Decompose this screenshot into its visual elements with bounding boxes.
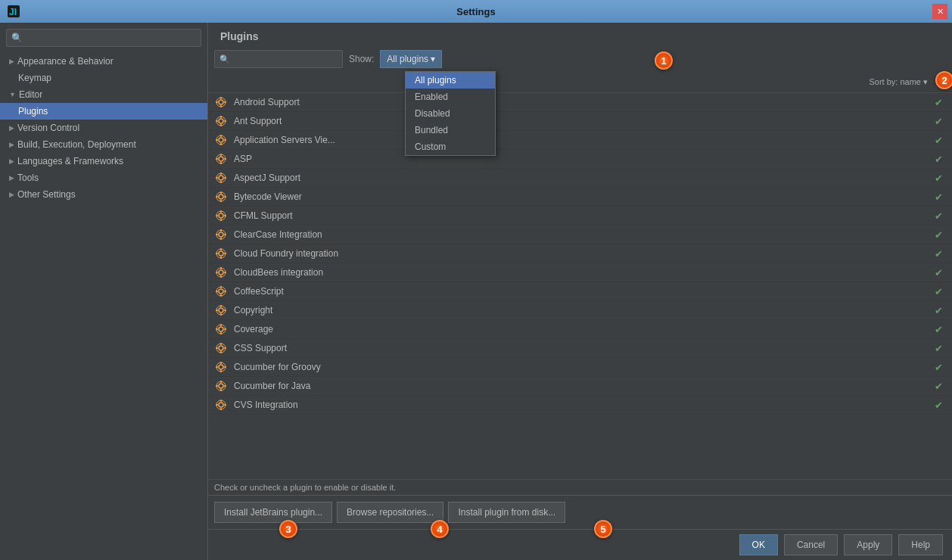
svg-point-8 [219, 119, 223, 123]
plugin-checkbox[interactable]: ✔ [935, 116, 943, 127]
svg-rect-100 [220, 400, 222, 402]
svg-rect-76 [220, 324, 222, 326]
plugin-checkbox[interactable]: ✔ [935, 324, 943, 335]
plugin-name: Bytecode Viewer [234, 191, 935, 202]
dropdown-item-all[interactable]: All plugins [406, 72, 495, 89]
svg-rect-41 [220, 219, 222, 221]
plugin-checkbox[interactable]: ✔ [935, 400, 943, 411]
plugin-checkbox[interactable]: ✔ [935, 135, 943, 146]
dropdown-item-label: Custom [415, 142, 446, 152]
plugin-checkbox[interactable]: ✔ [935, 173, 943, 184]
plugin-name: CFML Support [234, 210, 935, 221]
plugin-name: CSS Support [234, 343, 935, 353]
sidebar-search-input[interactable] [26, 33, 196, 43]
apply-button[interactable]: Apply [844, 534, 892, 555]
plugin-checkbox[interactable]: ✔ [935, 154, 943, 165]
plugin-row[interactable]: CFML Support✔ [208, 207, 952, 226]
svg-point-92 [219, 384, 223, 388]
plugin-name: Copyright [234, 305, 935, 316]
content-area: Plugins 🔍 Show: All plugins ▾ All plugin… [208, 23, 952, 560]
svg-point-86 [219, 365, 223, 369]
close-button[interactable]: ✕ [932, 4, 947, 19]
svg-rect-4 [220, 97, 222, 99]
svg-rect-96 [216, 385, 218, 387]
dropdown-item-disabled[interactable]: Disabled [406, 105, 495, 122]
plugin-row[interactable]: Copyright✔ [208, 301, 952, 320]
svg-point-68 [219, 308, 223, 313]
plugin-row[interactable]: CloudBees integration✔ [208, 263, 952, 282]
action-bar: Install JetBrains plugin... Browse repos… [208, 495, 952, 529]
sidebar-item-version-control[interactable]: ▶ Version Control [0, 120, 207, 136]
install-jetbrains-label: Install JetBrains plugin... [224, 507, 322, 518]
sidebar-item-tools[interactable]: ▶ Tools [0, 170, 207, 186]
plugin-list[interactable]: Android Support✔Ant Support✔Application … [208, 93, 952, 479]
sidebar-item-appearance-behavior[interactable]: ▶ Appearance & Behavior [0, 53, 207, 70]
plugin-row[interactable]: Cucumber for Groovy✔ [208, 358, 952, 377]
plugin-checkbox[interactable]: ✔ [935, 210, 943, 222]
plugin-checkbox[interactable]: ✔ [935, 267, 943, 278]
dropdown-item-enabled[interactable]: Enabled [406, 89, 495, 105]
plugin-checkbox[interactable]: ✔ [935, 362, 943, 373]
plugin-checkbox[interactable]: ✔ [935, 305, 943, 316]
plugin-row[interactable]: Coverage✔ [208, 320, 952, 339]
plugin-checkbox[interactable]: ✔ [935, 229, 943, 241]
plugin-icon [214, 303, 228, 317]
sidebar-item-label: Appearance & Behavior [17, 56, 114, 67]
plugin-icon [214, 247, 228, 260]
svg-rect-31 [224, 177, 226, 179]
install-disk-label: Install plugin from disk... [458, 507, 555, 518]
plugin-search-input[interactable] [230, 54, 338, 64]
plugin-row[interactable]: ASP✔ [208, 150, 952, 169]
plugin-icon [214, 171, 228, 185]
plugin-row[interactable]: Application Servers Vie...✔ [208, 131, 952, 150]
browse-repos-button[interactable]: Browse repositories... [337, 502, 443, 523]
sidebar-search[interactable]: 🔍 [6, 29, 201, 47]
plugin-row[interactable]: ClearCase Integration✔ [208, 226, 952, 244]
plugin-row[interactable]: CoffeeScript✔ [208, 282, 952, 301]
window-title: Settings [456, 6, 495, 17]
plugin-checkbox[interactable]: ✔ [935, 191, 943, 203]
install-jetbrains-button[interactable]: Install JetBrains plugin... [214, 502, 332, 523]
plugin-checkbox[interactable]: ✔ [935, 97, 943, 108]
sidebar-item-languages-frameworks[interactable]: ▶ Languages & Frameworks [0, 153, 207, 170]
plugin-row[interactable]: AspectJ Support✔ [208, 169, 952, 188]
plugin-row[interactable]: Cloud Foundry integration✔ [208, 244, 952, 263]
plugin-row[interactable]: Cucumber for Java✔ [208, 377, 952, 396]
plugin-icon [214, 190, 228, 204]
plugin-name: Android Support [234, 97, 935, 107]
chevron-right-icon: ▶ [9, 157, 14, 165]
plugin-checkbox[interactable]: ✔ [935, 286, 943, 297]
plugin-row[interactable]: Ant Support✔ [208, 112, 952, 131]
plugin-checkbox[interactable]: ✔ [935, 248, 943, 260]
chevron-right-icon: ▶ [9, 124, 14, 132]
dropdown-label: All plugins ▾ [387, 54, 435, 64]
install-disk-button[interactable]: Install plugin from disk... [448, 502, 565, 523]
app-logo: JI [6, 4, 21, 19]
sidebar-item-other-settings[interactable]: ▶ Other Settings [0, 186, 207, 203]
cancel-button[interactable]: Cancel [784, 534, 838, 555]
plugin-checkbox[interactable]: ✔ [935, 381, 943, 392]
sidebar-item-plugins[interactable]: Plugins [0, 103, 207, 120]
plugin-row[interactable]: CSS Support✔ [208, 339, 952, 358]
search-icon: 🔍 [219, 54, 230, 64]
svg-rect-16 [220, 135, 222, 137]
svg-rect-78 [216, 328, 218, 330]
plugin-search-box[interactable]: 🔍 [214, 50, 343, 68]
ok-button[interactable]: OK [739, 534, 778, 555]
dropdown-item-custom[interactable]: Custom [406, 138, 495, 155]
plugin-row[interactable]: Bytecode Viewer✔ [208, 188, 952, 207]
plugin-row[interactable]: CVS Integration✔ [208, 396, 952, 415]
sidebar-item-keymap[interactable]: Keymap [0, 70, 207, 86]
help-button[interactable]: Help [898, 534, 943, 555]
svg-rect-72 [216, 310, 218, 311]
svg-point-50 [219, 251, 223, 256]
plugin-row[interactable]: Android Support✔ [208, 93, 952, 112]
show-dropdown-button[interactable]: All plugins ▾ [380, 50, 442, 68]
sidebar-item-editor[interactable]: ▼ Editor [0, 86, 207, 103]
dropdown-item-bundled[interactable]: Bundled [406, 122, 495, 138]
sidebar-item-build-execution[interactable]: ▶ Build, Execution, Deployment [0, 136, 207, 153]
svg-rect-101 [220, 408, 222, 410]
plugin-name: Ant Support [234, 116, 935, 126]
plugin-checkbox[interactable]: ✔ [935, 343, 943, 354]
svg-rect-23 [220, 162, 222, 164]
